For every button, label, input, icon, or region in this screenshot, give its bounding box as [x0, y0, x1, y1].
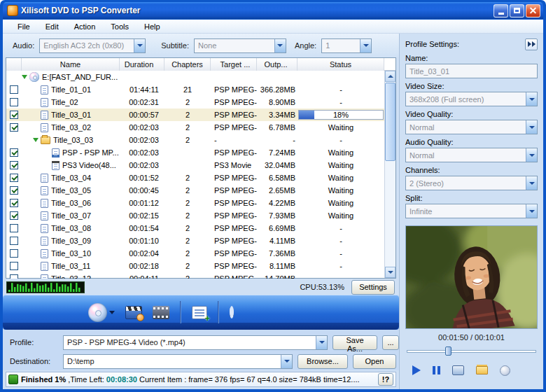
list-row-9[interactable]: Title_03_0400:01:522PSP MPEG-46.58MBWait…: [6, 172, 384, 184]
list-row-11[interactable]: Title_03_0600:01:122PSP MPEG-44.22MBWait…: [6, 197, 384, 209]
list-row-12[interactable]: Title_03_0700:02:152PSP MPEG-47.93MBWait…: [6, 209, 384, 222]
column-header-name[interactable]: Name: [22, 58, 120, 71]
combo-arrow-icon[interactable]: [526, 204, 537, 218]
folder-button[interactable]: [476, 366, 488, 374]
list-row-13[interactable]: Title_03_0800:01:542PSP MPEG-46.69MB-: [6, 222, 384, 234]
video-quality-combo[interactable]: Normal: [405, 120, 538, 134]
menu-item-edit[interactable]: Edit: [38, 21, 66, 32]
maximize-button[interactable]: [510, 4, 524, 18]
open-dvd-button[interactable]: [88, 303, 115, 322]
film-export-button[interactable]: [153, 306, 169, 319]
row-duration: 00:02:15: [120, 209, 164, 222]
scroll-up-button[interactable]: [385, 71, 396, 82]
title-bar[interactable]: Xilisoft DVD to PSP Converter: [3, 2, 543, 19]
list-row-3[interactable]: Title_0200:02:312PSP MPEG-48.90MB-: [6, 96, 384, 108]
menu-item-help[interactable]: Help: [136, 21, 168, 32]
list-row-5[interactable]: Title_03_0200:02:032PSP MPEG-46.78MBWait…: [6, 121, 384, 134]
list-row-17[interactable]: Title_03_1200:04:112PSP MPEG-414.70MB-: [6, 272, 384, 279]
list-row-2[interactable]: Title_01_0101:44:1121PSP MPEG-4366.28MB-: [6, 83, 384, 96]
combo-arrow-icon[interactable]: [526, 120, 537, 134]
list-row-1[interactable]: E:[FAST_AND_FUR...: [6, 71, 384, 83]
scroll-down-button[interactable]: [385, 267, 396, 278]
row-checkbox[interactable]: [10, 262, 18, 270]
combo-arrow-icon[interactable]: [526, 176, 537, 190]
row-checkbox[interactable]: [10, 123, 18, 132]
list-row-16[interactable]: Title_03_1100:02:182PSP MPEG-48.11MB-: [6, 260, 384, 272]
slider-track[interactable]: [407, 350, 536, 353]
row-checkbox[interactable]: [10, 186, 18, 195]
movie-clip-button[interactable]: [125, 306, 142, 319]
row-checkbox[interactable]: [10, 224, 18, 232]
row-chapters: [164, 146, 211, 159]
split-combo[interactable]: Infinite: [405, 204, 538, 218]
row-checkbox[interactable]: [10, 211, 18, 220]
close-button[interactable]: [526, 4, 540, 18]
dropdown-arrow-icon[interactable]: [109, 311, 115, 314]
collapse-panel-button[interactable]: [525, 38, 538, 50]
row-checkbox[interactable]: [10, 249, 18, 258]
play-button[interactable]: [412, 365, 421, 375]
row-checkbox[interactable]: [10, 161, 18, 169]
column-header-output[interactable]: Outp...: [257, 58, 298, 71]
row-checkbox[interactable]: [10, 148, 18, 157]
row-checkbox[interactable]: [10, 174, 18, 182]
add-file-button[interactable]: [192, 306, 207, 319]
list-row-15[interactable]: Title_03_1000:02:042PSP MPEG-47.36MB-: [6, 247, 384, 260]
knob-button[interactable]: [500, 365, 510, 376]
destination-combo[interactable]: D:\temp: [63, 354, 293, 369]
list-row-8[interactable]: PS3 Video(48...00:02:03PS3 Movie32.04MBW…: [6, 159, 384, 172]
column-header-status[interactable]: Status: [298, 58, 384, 71]
combo-arrow-icon[interactable]: [134, 39, 145, 52]
list-row-7[interactable]: PSP - PSP MP...00:02:03PSP MPEG-47.24MBW…: [6, 146, 384, 159]
channels-combo[interactable]: 2 (Stereo): [405, 176, 538, 190]
profile-combo[interactable]: PSP - PSP MPEG-4 Video (*.mp4): [63, 335, 328, 350]
column-header-duration[interactable]: Duration: [120, 58, 164, 71]
snapshot-button[interactable]: [452, 365, 464, 375]
combo-arrow-icon[interactable]: [526, 92, 537, 106]
row-checkbox[interactable]: [10, 274, 18, 279]
vertical-scrollbar[interactable]: [384, 71, 396, 278]
subtitle-combo[interactable]: None: [194, 38, 286, 53]
row-checkbox[interactable]: [10, 85, 18, 94]
list-row-4[interactable]: Title_03_0100:00:572PSP MPEG-43.34MB18%: [6, 108, 384, 121]
more-button[interactable]: ...: [382, 335, 399, 350]
combo-arrow-icon[interactable]: [274, 39, 286, 52]
slider-thumb[interactable]: [445, 346, 451, 356]
list-row-6[interactable]: Title_03_0300:02:032---: [6, 134, 384, 146]
column-header-check[interactable]: [6, 58, 22, 71]
list-row-10[interactable]: Title_03_0500:00:452PSP MPEG-42.65MBWait…: [6, 184, 384, 197]
column-header-target[interactable]: Target ...: [211, 58, 257, 71]
minimize-button[interactable]: [493, 4, 508, 18]
browse-button[interactable]: Browse...: [298, 354, 348, 369]
help-button[interactable]: !?: [378, 373, 393, 386]
scroll-thumb[interactable]: [385, 83, 396, 161]
video-size-combo[interactable]: 368x208 (Full screen): [405, 92, 538, 106]
open-button[interactable]: Open: [353, 354, 396, 369]
column-header-chapters[interactable]: Chapters: [164, 58, 211, 71]
menu-item-file[interactable]: File: [10, 21, 38, 32]
save-as-button[interactable]: Save As...: [332, 335, 377, 350]
combo-arrow-icon[interactable]: [360, 39, 371, 52]
combo-arrow-icon[interactable]: [526, 148, 537, 162]
audio-combo[interactable]: English AC3 2ch (0x80): [39, 38, 146, 53]
menu-item-action[interactable]: Action: [66, 21, 104, 32]
combo-arrow-icon[interactable]: [316, 336, 327, 349]
combo-arrow-icon[interactable]: [281, 355, 292, 368]
settings-button[interactable]: Settings: [351, 280, 395, 295]
expand-toggle-icon[interactable]: [33, 138, 38, 142]
row-checkbox[interactable]: [10, 237, 18, 245]
row-checkbox[interactable]: [10, 98, 18, 106]
convert-button[interactable]: [230, 308, 234, 316]
row-checkbox[interactable]: [10, 111, 18, 119]
angle-combo[interactable]: 1: [321, 38, 372, 53]
expand-toggle-icon[interactable]: [22, 75, 27, 79]
preview-slider[interactable]: [405, 346, 538, 356]
pause-button[interactable]: [244, 308, 249, 316]
audio-quality-combo[interactable]: Normal: [405, 148, 538, 162]
pause-button[interactable]: [433, 366, 440, 374]
row-checkbox[interactable]: [10, 199, 18, 207]
list-body[interactable]: E:[FAST_AND_FUR...Title_01_0101:44:1121P…: [6, 71, 384, 279]
name-field[interactable]: Title_03_01: [405, 64, 538, 78]
list-row-14[interactable]: Title_03_0900:01:102PSP MPEG-44.11MB-: [6, 234, 384, 247]
menu-item-tools[interactable]: Tools: [103, 21, 136, 32]
